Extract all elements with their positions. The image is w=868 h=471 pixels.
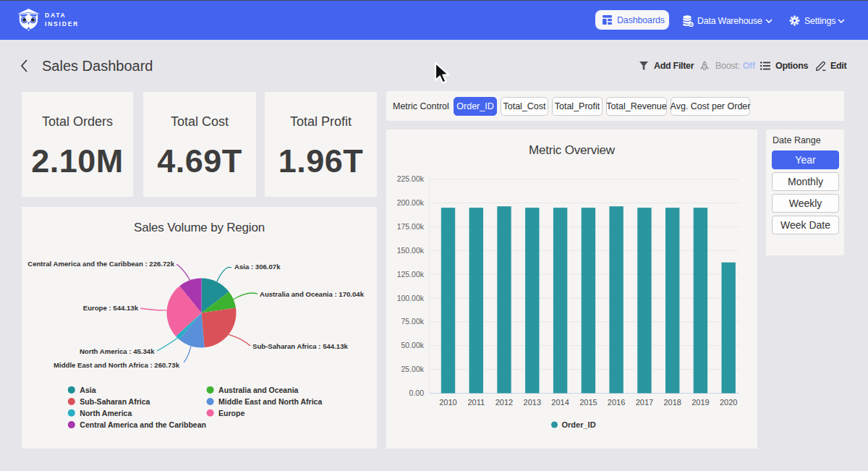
- svg-text:2016: 2016: [608, 398, 625, 407]
- svg-text:Australia and Oceania : 170.04: Australia and Oceania : 170.04k: [260, 290, 365, 298]
- svg-text:2018: 2018: [663, 398, 681, 407]
- svg-text:Order_ID: Order_ID: [562, 420, 596, 429]
- svg-text:Sub-Saharan Africa : 544.13k: Sub-Saharan Africa : 544.13k: [252, 342, 349, 350]
- svg-text:75.00k: 75.00k: [401, 317, 424, 326]
- svg-text:Central America and the Caribb: Central America and the Caribbean : 226.…: [27, 260, 174, 268]
- svg-text:Asia: Asia: [80, 386, 95, 394]
- svg-text:175.00k: 175.00k: [397, 222, 425, 231]
- svg-text:Asia : 306.07k: Asia : 306.07k: [234, 263, 281, 271]
- svg-text:100.00k: 100.00k: [397, 294, 425, 302]
- svg-text:2014: 2014: [551, 398, 569, 407]
- svg-text:Australia and Oceania: Australia and Oceania: [218, 386, 298, 394]
- svg-text:Middle East and North Africa :: Middle East and North Africa : 260.73k: [54, 361, 180, 369]
- svg-text:50.00k: 50.00k: [401, 341, 424, 349]
- svg-text:0.00: 0.00: [409, 389, 425, 397]
- svg-text:150.00k: 150.00k: [397, 246, 425, 255]
- svg-text:Central America and the Caribb: Central America and the Caribbean: [80, 420, 206, 429]
- svg-text:2020: 2020: [720, 398, 737, 407]
- svg-text:Europe : 544.13k: Europe : 544.13k: [83, 304, 139, 312]
- svg-text:25.00k: 25.00k: [401, 365, 424, 373]
- svg-text:125.00k: 125.00k: [397, 270, 425, 279]
- svg-text:200.00k: 200.00k: [397, 198, 425, 207]
- svg-text:2017: 2017: [636, 398, 653, 407]
- svg-text:Middle East and North Africa: Middle East and North Africa: [218, 397, 322, 406]
- svg-text:2019: 2019: [692, 398, 709, 407]
- svg-text:2010: 2010: [439, 398, 456, 407]
- svg-text:Europe: Europe: [218, 409, 244, 417]
- svg-text:North America : 45.34k: North America : 45.34k: [80, 347, 155, 355]
- svg-text:North America: North America: [80, 409, 132, 417]
- svg-text:2015: 2015: [579, 398, 597, 407]
- svg-text:2013: 2013: [524, 398, 541, 407]
- svg-text:2011: 2011: [467, 398, 485, 407]
- svg-text:2012: 2012: [495, 398, 513, 407]
- svg-text:Sub-Saharan Africa: Sub-Saharan Africa: [80, 397, 150, 406]
- svg-text:225.00k: 225.00k: [397, 174, 425, 183]
